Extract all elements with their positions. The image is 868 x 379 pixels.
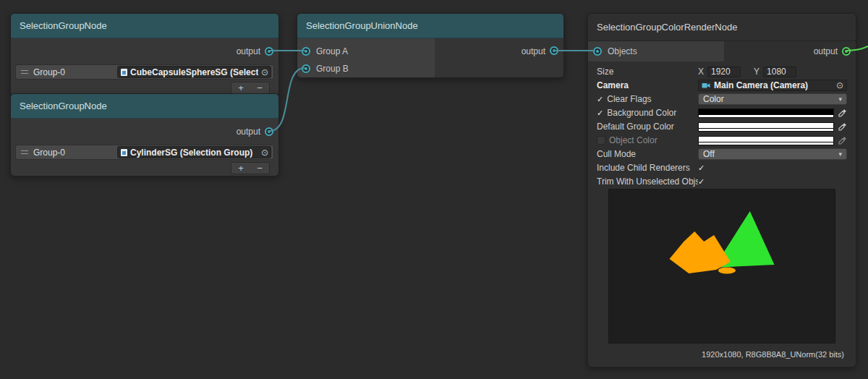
cull-mode-value: Off: [703, 149, 715, 159]
add-group-button[interactable]: +: [238, 163, 244, 173]
clear-flags-value: Color: [703, 94, 724, 104]
list-footer: + −: [231, 82, 270, 94]
eyedropper-icon[interactable]: [838, 122, 847, 132]
object-picker-icon[interactable]: ⊙: [261, 68, 268, 77]
camera-label: Camera: [597, 80, 629, 90]
background-color-checkbox[interactable]: ✓: [597, 109, 603, 117]
node-title-label: SelectionGroupColorRenderNode: [597, 22, 737, 33]
include-child-renderers-label: Include Child Renderers: [597, 163, 690, 173]
sg1-output-port[interactable]: [265, 47, 273, 56]
node-title-label: SelectionGroupNode: [20, 20, 107, 31]
selection-group-asset-icon: [121, 69, 127, 76]
background-color-row: ✓ Background Color: [597, 106, 847, 119]
input-ports-panel: Group A Group B: [297, 38, 435, 78]
clear-flags-dropdown[interactable]: Color ▾: [698, 93, 847, 105]
clear-flags-checkbox[interactable]: ✓: [597, 95, 603, 103]
node-title-bar[interactable]: SelectionGroupNode: [11, 94, 278, 119]
size-x-label: X: [698, 67, 704, 77]
render-output-port[interactable]: [842, 47, 851, 56]
input-port-label: Objects: [608, 46, 637, 56]
render-objects-port[interactable]: [593, 47, 602, 56]
default-group-color-swatch[interactable]: [698, 122, 834, 132]
node-title-bar[interactable]: SelectionGroupColorRenderNode: [588, 14, 856, 41]
object-picker-icon[interactable]: ⊙: [261, 148, 268, 157]
objects-input-box: Objects: [588, 41, 724, 61]
cull-mode-dropdown[interactable]: Off ▾: [698, 148, 847, 160]
output-ports-panel: output: [435, 38, 563, 78]
clear-flags-row: ✓ Clear Flags Color ▾: [597, 93, 847, 106]
default-group-color-label: Default Group Color: [597, 122, 674, 132]
background-color-swatch[interactable]: [698, 108, 834, 118]
size-y-input[interactable]: 1080: [763, 67, 796, 77]
selection-group-node-1[interactable]: SelectionGroupNode output Group-0 CubeCa…: [10, 13, 279, 96]
output-port-label: output: [237, 46, 260, 56]
port-row: Objects output: [588, 41, 856, 61]
include-child-renderers-checkbox[interactable]: ✓: [698, 164, 705, 172]
camera-value: Main Camera (Camera): [714, 80, 833, 90]
object-color-swatch[interactable]: [698, 136, 834, 145]
selection-group-union-node[interactable]: SelectionGroupUnionNode Group A Group B …: [297, 13, 564, 78]
remove-group-button[interactable]: −: [257, 83, 263, 93]
camera-row: Camera Main Camera (Camera) ⊙: [597, 79, 847, 92]
group-name-label: Group-0: [33, 148, 117, 158]
selection-group-object-field[interactable]: CylinderSG (Selection Group) ⊙: [117, 146, 271, 158]
cull-mode-row: Cull Mode Off ▾: [597, 148, 847, 161]
union-group-a-port[interactable]: [302, 47, 310, 56]
group-row[interactable]: Group-0 CylinderSG (Selection Group) ⊙: [15, 145, 274, 160]
eyedropper-icon[interactable]: [838, 108, 847, 118]
add-group-button[interactable]: +: [238, 83, 244, 93]
group-name-label: Group-0: [33, 67, 117, 77]
output-group: output: [814, 46, 856, 56]
remove-group-button[interactable]: −: [257, 163, 263, 173]
size-row: Size X 1920 Y 1080: [597, 65, 847, 78]
object-picker-icon[interactable]: ⊙: [836, 81, 843, 90]
selection-group-node-2[interactable]: SelectionGroupNode output Group-0 Cylind…: [10, 93, 279, 176]
object-field-value: CylinderSG (Selection Group): [130, 148, 258, 158]
include-child-renderers-row: Include Child Renderers ✓: [597, 161, 847, 174]
drag-handle-icon[interactable]: [21, 150, 28, 154]
trim-row: Trim With Unselected Objs ✓: [597, 175, 847, 188]
object-field-value: CubeCapsuleSphereSG (Selecti: [130, 67, 258, 77]
background-color-label: Background Color: [607, 108, 676, 118]
node-title-bar[interactable]: SelectionGroupUnionNode: [297, 14, 563, 38]
output-row: output: [11, 38, 278, 64]
output-port-label: output: [237, 127, 260, 137]
selection-group-object-field[interactable]: CubeCapsuleSphereSG (Selecti ⊙: [117, 66, 271, 78]
inspector-rows: Size X 1920 Y 1080 Camera Main Camera (C…: [588, 61, 856, 188]
node-title-label: SelectionGroupUnionNode: [306, 20, 418, 31]
clear-flags-label: Clear Flags: [607, 94, 651, 104]
camera-object-field[interactable]: Main Camera (Camera) ⊙: [698, 80, 847, 91]
union-output-port[interactable]: [550, 46, 558, 55]
chevron-down-icon: ▾: [838, 95, 842, 103]
output-port-label: output: [522, 46, 545, 56]
drag-handle-icon[interactable]: [21, 70, 28, 74]
input-port-label: Group A: [316, 46, 348, 56]
cull-mode-label: Cull Mode: [597, 149, 636, 159]
object-color-label: Object Color: [609, 135, 658, 145]
selection-group-color-render-node[interactable]: SelectionGroupColorRenderNode Objects ou…: [587, 13, 856, 367]
union-group-b-port[interactable]: [302, 64, 310, 73]
list-footer: + −: [231, 162, 270, 174]
trim-label: Trim With Unselected Objs: [597, 176, 698, 187]
eyedropper-icon[interactable]: [838, 136, 847, 145]
chevron-down-icon: ▾: [838, 150, 842, 158]
preview-caption: 1920x1080, R8G8B8A8_UNorm(32 bits): [588, 350, 856, 359]
object-color-checkbox[interactable]: [597, 136, 605, 145]
node-body: Group A Group B output: [297, 38, 563, 78]
default-group-color-row: Default Group Color: [597, 120, 847, 133]
group-row[interactable]: Group-0 CubeCapsuleSphereSG (Selecti ⊙: [15, 64, 274, 80]
size-x-input[interactable]: 1920: [707, 67, 741, 77]
input-row-group-a: Group A: [297, 43, 435, 60]
output-row: output: [11, 119, 278, 145]
camera-icon: [702, 82, 710, 89]
sg2-output-port[interactable]: [265, 127, 273, 136]
size-y-label: Y: [754, 67, 760, 77]
node-title-label: SelectionGroupNode: [20, 101, 107, 111]
trim-checkbox[interactable]: ✓: [698, 178, 705, 186]
selection-group-asset-icon: [121, 149, 127, 156]
render-preview: [608, 189, 835, 344]
output-port-label: output: [814, 46, 838, 56]
preview-orange-ellipse: [718, 268, 736, 274]
size-label: Size: [597, 67, 613, 77]
node-title-bar[interactable]: SelectionGroupNode: [11, 14, 278, 38]
